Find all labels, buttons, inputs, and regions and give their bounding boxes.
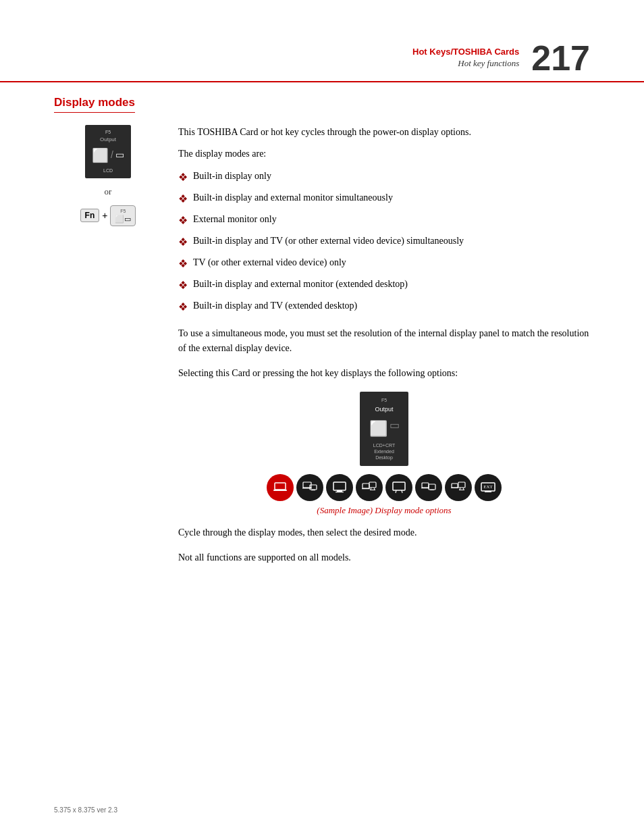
page-footer: 5.375 x 8.375 ver 2.3 bbox=[54, 806, 117, 814]
header-title: Hot Keys/TOSHIBA Cards bbox=[412, 47, 519, 58]
svg-rect-25 bbox=[458, 482, 465, 488]
center-crt-icon: ▭ bbox=[390, 417, 400, 440]
right-column: This TOSHIBA Card or hot key cycles thro… bbox=[178, 125, 590, 575]
laptop-monitor-icon bbox=[302, 480, 317, 495]
svg-rect-21 bbox=[430, 490, 434, 490]
bullet-0: ❖ bbox=[178, 170, 188, 186]
intro-para-2: The display modes are: bbox=[178, 147, 590, 161]
svg-rect-14 bbox=[370, 490, 375, 490]
card-monitor-icon: ⬜ bbox=[92, 146, 109, 165]
svg-rect-18 bbox=[422, 483, 429, 488]
svg-rect-20 bbox=[429, 484, 435, 490]
card-crt-icon: ▭ bbox=[115, 149, 124, 162]
bullet-5: ❖ bbox=[178, 278, 188, 294]
card-output-label-small: Output bbox=[90, 136, 126, 143]
display-icon-3 bbox=[326, 474, 353, 501]
laptop-icon bbox=[273, 480, 288, 495]
body-para-2: Selecting this Card or pressing the hot … bbox=[178, 366, 590, 381]
intro-para-1: This TOSHIBA Card or hot key cycles thro… bbox=[178, 125, 590, 140]
main-content: Display modes F5 Output ⬜ / ▭ LCD or bbox=[0, 82, 644, 614]
card-key-label: F5 bbox=[90, 129, 126, 136]
display-icon-5 bbox=[385, 474, 412, 501]
mode-3: Built-in display and TV (or other extern… bbox=[193, 234, 464, 248]
center-card-key: F5 bbox=[367, 397, 402, 405]
svg-rect-5 bbox=[311, 490, 315, 490]
svg-rect-15 bbox=[393, 482, 405, 490]
svg-rect-24 bbox=[451, 488, 458, 488]
bullet-4: ❖ bbox=[178, 256, 188, 272]
mode-1: Built-in display and external monitor si… bbox=[193, 190, 393, 205]
bullet-3: ❖ bbox=[178, 234, 188, 251]
toshiba-card-image: F5 Output ⬜ / ▭ LCD bbox=[85, 125, 131, 178]
page-number: 217 bbox=[531, 41, 590, 76]
svg-rect-1 bbox=[273, 490, 287, 491]
list-item: ❖ TV (or other external video device) on… bbox=[178, 255, 590, 272]
mode-4: TV (or other external video device) only bbox=[193, 255, 346, 269]
laptop-tv-icon bbox=[362, 480, 377, 495]
intro-layout: F5 Output ⬜ / ▭ LCD or Fn + F5 bbox=[54, 125, 590, 575]
body-para-3: Cycle through the display modes, then se… bbox=[178, 525, 590, 540]
svg-rect-11 bbox=[369, 482, 376, 488]
page-header: Hot Keys/TOSHIBA Cards Hot key functions… bbox=[0, 0, 644, 82]
list-item: ❖ Built-in display and TV (or other exte… bbox=[178, 234, 590, 251]
svg-rect-7 bbox=[337, 490, 342, 492]
display-icon-2 bbox=[296, 474, 323, 501]
list-item: ❖ Built-in display and external monitor … bbox=[178, 277, 590, 294]
section-title: Display modes bbox=[54, 96, 135, 113]
display-icons-row: EXT bbox=[178, 474, 590, 501]
center-card-bottom: LCD+CRT Extended Desktop bbox=[367, 442, 402, 461]
mode-6: Built-in display and TV (extended deskto… bbox=[193, 298, 357, 313]
svg-rect-3 bbox=[302, 488, 312, 489]
footer-text: 5.375 x 8.375 ver 2.3 bbox=[54, 806, 117, 814]
center-card-wrapper: F5 Output ⬜ ▭ LCD+CRT Extended Desktop bbox=[178, 392, 590, 466]
svg-rect-9 bbox=[363, 484, 369, 488]
list-item: ❖ Built-in display and TV (extended desk… bbox=[178, 298, 590, 315]
sample-image-caption: (Sample Image) Display mode options bbox=[178, 505, 590, 516]
or-text: or bbox=[105, 186, 112, 197]
card-slash: / bbox=[111, 149, 113, 162]
fn-key: Fn bbox=[80, 209, 100, 222]
body-para-4: Not all functions are supported on all m… bbox=[178, 550, 590, 565]
header-text-block: Hot Keys/TOSHIBA Cards Hot key functions bbox=[412, 47, 519, 70]
body-para-1: To use a simultaneous mode, you must set… bbox=[178, 326, 590, 357]
center-monitor-icon: ⬜ bbox=[369, 417, 387, 440]
display-icon-8: EXT bbox=[475, 474, 502, 501]
mode-5: Built-in display and external monitor (e… bbox=[193, 277, 408, 291]
center-card-output: Output bbox=[367, 405, 402, 415]
bullet-6: ❖ bbox=[178, 299, 188, 315]
svg-rect-19 bbox=[421, 488, 429, 488]
monitor-only-icon bbox=[332, 480, 347, 495]
left-column: F5 Output ⬜ / ▭ LCD or Fn + F5 bbox=[54, 125, 162, 575]
extended-tv-icon bbox=[451, 480, 466, 495]
card-lcd-label: LCD bbox=[90, 167, 126, 174]
list-item: ❖ Built-in display and external monitor … bbox=[178, 190, 590, 207]
svg-rect-8 bbox=[336, 492, 344, 492]
svg-rect-0 bbox=[275, 483, 286, 490]
f5-key-icon: ⬜▭ bbox=[115, 214, 131, 224]
fn-key-combo: Fn + F5 ⬜▭ bbox=[80, 205, 136, 226]
tv-only-icon bbox=[392, 480, 406, 495]
display-icon-6 bbox=[415, 474, 442, 501]
center-card-icons: ⬜ ▭ bbox=[367, 417, 402, 440]
f5-key-label: F5 bbox=[115, 208, 131, 214]
card-icon-area: ⬜ / ▭ bbox=[90, 146, 126, 165]
display-icon-4 bbox=[356, 474, 383, 501]
bullet-1: ❖ bbox=[178, 191, 188, 207]
svg-rect-28 bbox=[459, 490, 464, 490]
list-item: ❖ External monitor only bbox=[178, 212, 590, 229]
extended-monitor-icon bbox=[421, 480, 436, 495]
page-container: Hot Keys/TOSHIBA Cards Hot key functions… bbox=[0, 0, 644, 834]
svg-rect-30 bbox=[485, 491, 491, 492]
display-icon-1 bbox=[267, 474, 294, 501]
f5-key: F5 ⬜▭ bbox=[110, 205, 136, 226]
svg-text:EXT: EXT bbox=[483, 484, 493, 490]
plus-sign: + bbox=[102, 210, 107, 221]
list-item: ❖ Built-in display only bbox=[178, 169, 590, 186]
mode-2: External monitor only bbox=[193, 212, 277, 226]
extra-display-icon: EXT bbox=[481, 480, 495, 495]
center-card-image: F5 Output ⬜ ▭ LCD+CRT Extended Desktop bbox=[360, 392, 408, 466]
header-subtitle: Hot key functions bbox=[412, 58, 519, 70]
svg-rect-10 bbox=[362, 488, 370, 489]
display-modes-list: ❖ Built-in display only ❖ Built-in displ… bbox=[178, 169, 590, 315]
bullet-2: ❖ bbox=[178, 213, 188, 229]
